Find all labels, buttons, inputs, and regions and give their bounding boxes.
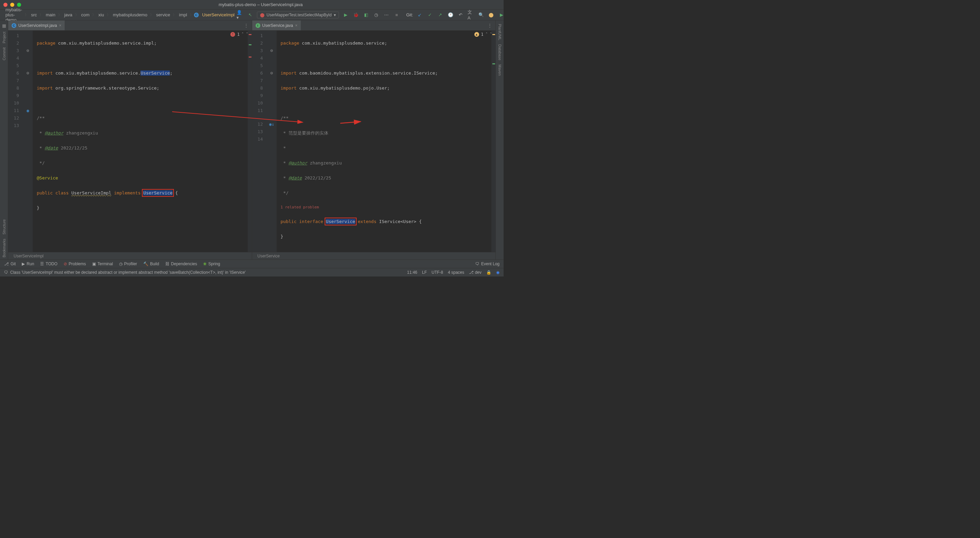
editor-right[interactable]: 1234567891011121314 ⊖⊖◉↓ package com.xiu… bbox=[252, 30, 496, 252]
indent-config[interactable]: 4 spaces bbox=[448, 270, 464, 275]
status-icon: 🗨 bbox=[4, 270, 8, 275]
inspection-left[interactable]: ! 1 ˄ ˅ bbox=[231, 32, 248, 37]
marker-stripe-left[interactable] bbox=[248, 30, 252, 252]
tool-eventlog[interactable]: 🗨Event Log bbox=[476, 262, 500, 266]
lock-icon[interactable]: 🔒 bbox=[486, 270, 492, 275]
gutter-right: 1234567891011121314 bbox=[252, 30, 267, 252]
close-tab-icon[interactable]: × bbox=[295, 23, 298, 28]
profiler-icon[interactable]: ◷ bbox=[373, 11, 380, 18]
minimize-window[interactable] bbox=[10, 3, 14, 7]
tab-bar-left: C UserServiceImpl.java × ⋮ bbox=[8, 21, 252, 30]
git-rollback-icon[interactable]: ↶ bbox=[457, 11, 464, 18]
crumb-src[interactable]: src bbox=[29, 11, 39, 18]
tool-terminal[interactable]: ▣Terminal bbox=[92, 262, 113, 266]
statusbar: 🗨 Class 'UserServiceImpl' must either be… bbox=[0, 268, 504, 276]
editor-pane-left: C UserServiceImpl.java × ⋮ 1234567891011… bbox=[8, 21, 252, 259]
code-right[interactable]: package com.xiu.mybatisplusdemo.service;… bbox=[277, 30, 496, 252]
crumb-com[interactable]: com bbox=[79, 11, 92, 18]
crumb-service[interactable]: service bbox=[154, 11, 172, 18]
code-left[interactable]: package com.xiu.mybatisplusdemo.service.… bbox=[33, 30, 252, 252]
tool-commit[interactable]: Commit bbox=[2, 45, 7, 62]
stop-icon[interactable]: ■ bbox=[393, 11, 400, 18]
marker-stripe-right[interactable] bbox=[492, 30, 495, 252]
tool-bookmarks[interactable]: Bookmarks bbox=[2, 237, 7, 259]
left-tool-stripe: ▦ Project Commit Structure Bookmarks bbox=[0, 21, 8, 259]
warn-badge-icon: ▲ bbox=[474, 32, 479, 37]
nav-bottom-left: UserServiceImpl bbox=[8, 252, 252, 259]
interface-userservice-highlight: UserService bbox=[326, 219, 355, 224]
user-icon[interactable]: 👤▾ bbox=[237, 11, 243, 18]
file-encoding[interactable]: UTF-8 bbox=[431, 270, 443, 275]
git-label: Git: bbox=[406, 12, 413, 18]
tool-database[interactable]: Database bbox=[497, 42, 503, 62]
tab-more-icon[interactable]: ⋮ bbox=[240, 23, 252, 28]
tab-more-icon[interactable]: ⋮ bbox=[484, 23, 495, 28]
related-problems-hint[interactable]: 1 related problem bbox=[281, 204, 496, 211]
git-branch[interactable]: ⎇ dev bbox=[469, 270, 482, 275]
class-name: UserServiceImpl bbox=[72, 190, 111, 195]
jetbrains-toolbox-icon[interactable]: ▶ bbox=[498, 11, 504, 18]
tab-filename: UserServiceImpl.java bbox=[18, 23, 57, 28]
chrome-icon[interactable]: ◉ bbox=[496, 270, 500, 275]
bottom-toolbar: ⎇Git ▶Run ☰TODO ⊘Problems ▣Terminal ◷Pro… bbox=[0, 259, 504, 268]
editor-pane-right: I UserService.java × ⋮ 12345678910111213… bbox=[252, 21, 496, 259]
nav-bottom-right: UserService bbox=[252, 252, 496, 259]
crumb-pkg[interactable]: mybatisplusdemo bbox=[111, 11, 150, 18]
close-window[interactable] bbox=[3, 3, 8, 7]
class-icon: C bbox=[11, 23, 16, 28]
editor-left[interactable]: 12345678910111213 ⊖⊖◉ package com.xiu.my… bbox=[8, 30, 252, 252]
tool-maven[interactable]: Maven bbox=[497, 62, 503, 78]
tool-problems[interactable]: ⊘Problems bbox=[64, 262, 86, 266]
gutter-left: 12345678910111213 bbox=[8, 30, 23, 252]
zoom-window[interactable] bbox=[17, 3, 21, 7]
run-icon[interactable]: ▶ bbox=[342, 11, 349, 18]
tool-project[interactable]: Project bbox=[2, 30, 7, 45]
coverage-icon[interactable]: ◧ bbox=[363, 11, 369, 18]
tool-plantuml[interactable]: PlantUML bbox=[497, 22, 503, 42]
git-push-icon[interactable]: ↗ bbox=[437, 11, 444, 18]
inspection-right[interactable]: ▲ 1 ˄ ˅ bbox=[474, 32, 492, 37]
line-separator[interactable]: LF bbox=[422, 270, 427, 275]
tool-structure[interactable]: Structure bbox=[2, 217, 7, 237]
run-config-label: UserMapperTest.testSelectMapById bbox=[266, 13, 331, 18]
error-badge-icon: ! bbox=[231, 32, 235, 37]
tool-todo[interactable]: ☰TODO bbox=[40, 262, 57, 266]
crumb-xiu[interactable]: xiu bbox=[96, 11, 106, 18]
crumb-impl[interactable]: impl bbox=[177, 11, 189, 18]
navbar: mybatis-plus-demo〉 src〉 main〉 java〉 com〉… bbox=[0, 10, 504, 21]
implemented-by-gutter-icon[interactable]: ◉↓ bbox=[269, 121, 275, 128]
right-tool-stripe: PlantUML Database Maven bbox=[495, 21, 504, 259]
back-icon[interactable]: ↖ bbox=[247, 11, 253, 18]
implements-userservice-highlight: UserService bbox=[143, 190, 172, 195]
project-tool-icon[interactable]: ▦ bbox=[2, 22, 6, 30]
tool-dependencies[interactable]: ⛓Dependencies bbox=[165, 262, 197, 266]
crumb-java[interactable]: java bbox=[62, 11, 75, 18]
tool-profiler[interactable]: ◷Profiler bbox=[119, 262, 137, 266]
interface-icon: I bbox=[256, 23, 260, 28]
close-tab-icon[interactable]: × bbox=[59, 23, 61, 28]
implements-gutter-icon[interactable]: ◉ bbox=[27, 107, 29, 114]
gutter-icons-left: ⊖⊖◉ bbox=[23, 30, 33, 252]
translate-icon[interactable]: 文A bbox=[468, 11, 474, 18]
editor-split: C UserServiceImpl.java × ⋮ 1234567891011… bbox=[8, 21, 495, 259]
tool-spring[interactable]: ❀Spring bbox=[203, 262, 220, 266]
git-history-icon[interactable]: 🕐 bbox=[447, 11, 454, 18]
git-commit-icon[interactable]: ✓ bbox=[427, 11, 434, 18]
tab-userservice[interactable]: I UserService.java × bbox=[252, 21, 301, 30]
crumb-class[interactable]: UserServiceImpl bbox=[200, 11, 237, 18]
tool-git[interactable]: ⎇Git bbox=[4, 262, 16, 266]
more-run-icon[interactable]: ⋯ bbox=[383, 11, 390, 18]
tool-run[interactable]: ▶Run bbox=[22, 262, 34, 266]
search-icon[interactable]: 🔍 bbox=[478, 11, 485, 18]
debug-icon[interactable]: 🐞 bbox=[353, 11, 360, 18]
tab-bar-right: I UserService.java × ⋮ bbox=[252, 21, 496, 30]
run-config-selector[interactable]: ⬤ UserMapperTest.testSelectMapById ▾ bbox=[257, 11, 339, 18]
caret-position[interactable]: 11:46 bbox=[407, 270, 417, 275]
tab-filename: UserService.java bbox=[262, 23, 293, 28]
status-message: Class 'UserServiceImpl' must either be d… bbox=[10, 270, 246, 275]
crumb-main[interactable]: main bbox=[43, 11, 57, 18]
ide-update-icon[interactable]: ⬤ bbox=[488, 11, 495, 18]
git-pull-icon[interactable]: ↙ bbox=[417, 11, 423, 18]
tool-build[interactable]: 🔨Build bbox=[143, 262, 159, 266]
tab-userserviceimpl[interactable]: C UserServiceImpl.java × bbox=[8, 21, 65, 30]
